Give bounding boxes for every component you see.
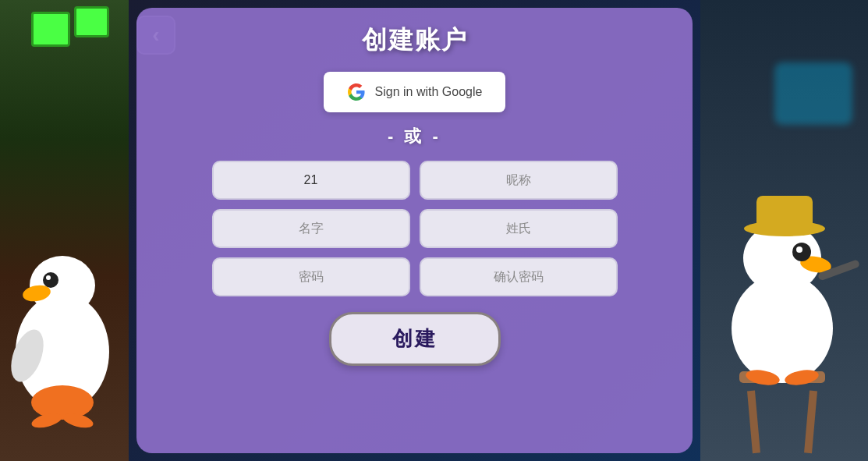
duck-left [4, 211, 125, 430]
username-input[interactable] [212, 161, 410, 200]
or-divider: - 或 - [388, 125, 441, 148]
dialog-title: 创建账户 [362, 23, 468, 58]
green-box-1 [31, 12, 70, 47]
svg-rect-15 [756, 196, 813, 231]
duck-right [700, 172, 864, 461]
create-button[interactable]: 创建 [329, 312, 501, 366]
form-grid [212, 161, 618, 296]
google-signin-button[interactable]: Sign in with Google [324, 72, 506, 112]
create-account-dialog: 创建账户 Sign in with Google - 或 - 创建 [136, 8, 693, 453]
google-icon [347, 83, 366, 101]
bg-glow [774, 62, 852, 125]
svg-point-17 [792, 243, 811, 261]
lastname-input[interactable] [420, 209, 618, 248]
firstname-input[interactable] [212, 209, 410, 248]
svg-rect-9 [747, 391, 760, 454]
nickname-input[interactable] [420, 161, 618, 200]
create-btn-label: 创建 [392, 327, 438, 350]
svg-point-18 [796, 246, 802, 253]
svg-point-4 [46, 275, 51, 280]
svg-point-5 [31, 385, 94, 420]
password-input[interactable] [212, 257, 410, 296]
google-btn-label: Sign in with Google [375, 85, 483, 99]
green-box-2 [74, 6, 109, 37]
confirm-password-input[interactable] [420, 257, 618, 296]
svg-point-3 [43, 272, 58, 288]
svg-rect-10 [804, 391, 817, 454]
